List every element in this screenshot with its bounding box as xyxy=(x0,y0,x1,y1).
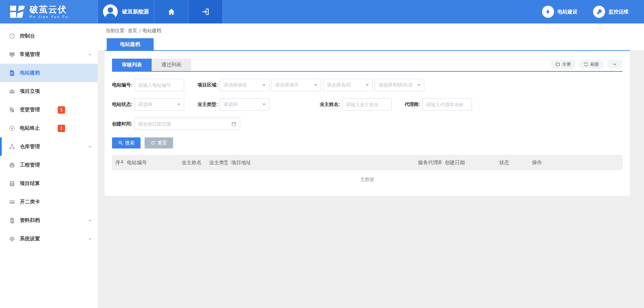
sidebar-item-station-archive[interactable]: 电站建档 xyxy=(0,64,98,82)
sidebar-item-system-settings[interactable]: 系统设置 xyxy=(0,230,98,248)
sidebar-item-general-mgmt[interactable]: 常规管理 xyxy=(0,45,98,64)
app-logo: 破茧云伏 Po Jian Yun Fu xyxy=(0,0,98,23)
caret-down-icon xyxy=(177,104,180,106)
table-header-row: 序号 电站编号 业主姓名 业主类型 项目地址 服务代理商 创建日期 状态 操作 xyxy=(112,155,623,170)
briefcase-icon xyxy=(9,88,15,95)
refresh-icon xyxy=(584,62,588,67)
topbar: 破茧云伏 Po Jian Yun Fu 破茧新能源 电站建设 监控 xyxy=(0,0,644,23)
caret-down-icon xyxy=(262,84,266,86)
app-title: 破茧云伏 xyxy=(30,5,68,14)
home-button[interactable] xyxy=(154,0,189,23)
calculator-icon xyxy=(9,180,15,187)
breadcrumb-prefix: 当前位置: xyxy=(106,28,126,34)
sitemap-icon xyxy=(9,143,15,150)
sidebar-item-project-initiation[interactable]: 项目立项 xyxy=(0,82,98,101)
page-tab-strip: 电站建档 xyxy=(98,38,644,50)
refresh-button[interactable]: 刷新 xyxy=(579,60,604,69)
table-empty-row: 无数据 xyxy=(112,170,623,189)
breadcrumb: 当前位置: 首页 / 电站建档 xyxy=(98,23,644,38)
col-owner-name: 业主姓名 xyxy=(178,155,206,170)
credit-card-icon xyxy=(9,199,15,205)
col-station-no: 电站编号 xyxy=(123,155,178,170)
nav-station-construction[interactable]: 电站建设 xyxy=(542,6,578,18)
station-no-label: 电站编号: xyxy=(112,82,132,88)
col-created-date: 创建日期 xyxy=(441,155,496,170)
chevron-down-icon xyxy=(88,218,92,223)
logout-icon xyxy=(202,8,210,16)
city-select[interactable]: 请选择城市 xyxy=(271,79,321,91)
nav-monitoring-ops[interactable]: 监控运维 xyxy=(593,6,629,18)
col-service-agent: 服务代理商 xyxy=(415,155,441,170)
owner-type-label: 业主类型: xyxy=(198,102,218,108)
chevron-down-icon xyxy=(88,237,92,241)
owner-type-select[interactable]: 请选择 xyxy=(220,98,269,111)
owner-name-label: 业主姓名: xyxy=(320,102,340,108)
bolt-icon xyxy=(542,6,554,18)
notification-badge: 1 xyxy=(58,106,65,114)
document-icon xyxy=(9,70,15,76)
reset-button[interactable]: 重置 xyxy=(145,137,173,148)
app-subtitle: Po Jian Yun Fu xyxy=(30,15,68,19)
sidebar-item-type2-card[interactable]: 开二类卡 xyxy=(0,193,98,211)
collapse-button[interactable] xyxy=(607,60,623,69)
sidebar-item-console[interactable]: 控制台 xyxy=(0,27,98,45)
home-icon xyxy=(167,8,175,16)
sidebar-item-warehouse-mgmt[interactable]: 仓库管理 xyxy=(0,137,98,156)
caret-down-icon xyxy=(314,84,317,86)
user-menu[interactable]: 破茧新能源 xyxy=(98,0,154,23)
company-name: 破茧新能源 xyxy=(122,8,149,15)
notification-badge: 1 xyxy=(58,125,65,132)
logo-icon xyxy=(10,5,25,18)
col-actions: 操作 xyxy=(529,155,623,170)
sidebar-item-engineering-mgmt[interactable]: 工程管理 xyxy=(0,156,98,174)
chevron-down-icon xyxy=(88,52,92,57)
tab-passed-list[interactable]: 通过列表 xyxy=(152,59,191,71)
gear-icon xyxy=(9,236,15,242)
sidebar-item-change-mgmt[interactable]: 变更管理 1 xyxy=(0,101,98,119)
monitor-icon xyxy=(9,51,15,58)
station-status-label: 电站状态: xyxy=(112,102,132,108)
caret-down-icon xyxy=(262,104,266,106)
breadcrumb-home[interactable]: 首页 xyxy=(128,28,137,34)
county-select[interactable]: 请选择县/区 xyxy=(323,79,373,91)
station-status-select[interactable]: 请选择 xyxy=(135,98,184,111)
date-range-input[interactable] xyxy=(135,118,240,130)
calendar-icon xyxy=(231,121,237,127)
province-select[interactable]: 请选择省份 xyxy=(220,79,269,91)
agent-label: 代理商: xyxy=(405,102,420,108)
results-table: 序号 电站编号 业主姓名 业主类型 项目地址 服务代理商 创建日期 状态 操作 … xyxy=(112,155,623,189)
search-icon xyxy=(118,140,123,145)
sidebar-item-project-settlement[interactable]: 项目结算 xyxy=(0,174,98,193)
logout-button[interactable] xyxy=(189,0,223,23)
file-icon xyxy=(9,217,15,224)
tab-station-archive[interactable]: 电站建档 xyxy=(107,38,154,50)
station-no-input[interactable] xyxy=(135,79,184,91)
town-select[interactable]: 请选择村镇/街道 xyxy=(375,79,424,91)
sidebar-indicator xyxy=(0,137,2,156)
col-status: 状态 xyxy=(496,155,529,170)
reset-icon xyxy=(151,140,156,145)
owner-name-input[interactable] xyxy=(342,98,392,111)
created-time-label: 创建时间: xyxy=(112,121,132,127)
fullscreen-icon xyxy=(555,62,560,67)
tab-review-list[interactable]: 审核列表 xyxy=(112,59,152,71)
caret-down-icon xyxy=(417,84,421,86)
search-button[interactable]: 搜索 xyxy=(112,137,141,148)
dashboard-icon xyxy=(9,33,15,40)
main-panel: 审核列表 通过列表 全屏 xyxy=(105,50,630,196)
fullscreen-button[interactable]: 全屏 xyxy=(551,60,576,69)
agent-input[interactable] xyxy=(422,98,472,111)
gauge-icon xyxy=(9,162,15,169)
chevron-down-icon xyxy=(88,144,92,149)
stop-record-icon xyxy=(9,125,15,132)
col-index: 序号 xyxy=(112,155,123,170)
region-label: 项目区域: xyxy=(198,82,218,88)
breadcrumb-separator: / xyxy=(139,28,141,34)
copy-icon xyxy=(9,107,15,113)
empty-state: 无数据 xyxy=(112,170,623,189)
breadcrumb-current: 电站建档 xyxy=(143,28,161,34)
sidebar-item-station-termination[interactable]: 电站终止 1 xyxy=(0,119,98,137)
sidebar-item-data-archive[interactable]: 资料归档 xyxy=(0,211,98,230)
chevron-down-icon xyxy=(612,62,617,67)
col-owner-type: 业主类型 xyxy=(206,155,228,170)
